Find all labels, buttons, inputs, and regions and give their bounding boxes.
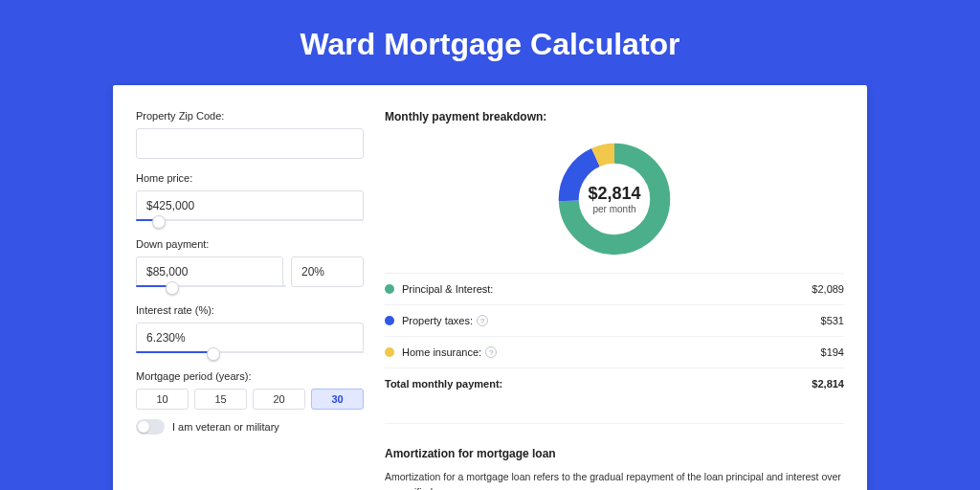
zip-label: Property Zip Code: (136, 110, 364, 122)
donut-sub: per month (592, 204, 635, 214)
total-value: $2,814 (812, 378, 844, 390)
breakdown-panel: Monthly payment breakdown: $2,814 per mo… (385, 110, 844, 490)
legend-dot-icon (385, 284, 394, 294)
price-input[interactable] (136, 190, 364, 221)
donut-center: $2,814 per month (554, 139, 675, 259)
help-icon[interactable]: ? (477, 315, 488, 326)
legend-dot-icon (385, 347, 394, 357)
amortization-text: Amortization for a mortgage loan refers … (385, 470, 844, 490)
down-slider[interactable] (136, 285, 286, 291)
legend-label: Property taxes:? (402, 315, 821, 326)
legend-value: $531 (821, 315, 844, 326)
veteran-row: I am veteran or military (136, 419, 364, 434)
rate-slider[interactable] (136, 351, 364, 357)
donut-amount: $2,814 (588, 184, 640, 204)
price-slider[interactable] (136, 219, 364, 225)
price-field: Home price: (136, 172, 364, 225)
legend-item-2: Home insurance:?$194 (385, 337, 844, 368)
down-field: Down payment: (136, 238, 364, 291)
legend-dot-icon (385, 316, 394, 325)
period-option-20[interactable]: 20 (253, 389, 305, 410)
legend-item-0: Principal & Interest:$2,089 (385, 274, 844, 305)
legend-item-1: Property taxes:?$531 (385, 305, 844, 337)
legend-label: Principal & Interest: (402, 283, 812, 295)
zip-field: Property Zip Code: (136, 110, 364, 159)
legend: Principal & Interest:$2,089Property taxe… (385, 273, 844, 399)
rate-label: Interest rate (%): (136, 304, 364, 316)
period-option-10[interactable]: 10 (136, 389, 189, 410)
price-label: Home price: (136, 172, 364, 184)
rate-input[interactable] (136, 323, 364, 353)
veteran-toggle[interactable] (136, 419, 165, 434)
calculator-card: Property Zip Code: Home price: Down paym… (113, 85, 867, 490)
veteran-label: I am veteran or military (172, 421, 279, 433)
donut-area: $2,814 per month (385, 135, 844, 273)
down-label: Down payment: (136, 238, 364, 250)
period-label: Mortgage period (years): (136, 370, 364, 382)
legend-label: Home insurance:? (402, 346, 821, 358)
page-title: Ward Mortgage Calculator (0, 0, 980, 85)
period-option-15[interactable]: 15 (194, 389, 247, 410)
down-amount-input[interactable] (136, 256, 283, 287)
period-option-30[interactable]: 30 (311, 389, 364, 410)
period-field: Mortgage period (years): 10152030 (136, 370, 364, 410)
zip-input[interactable] (136, 128, 364, 159)
amortization-heading: Amortization for mortgage loan (385, 437, 844, 460)
inputs-panel: Property Zip Code: Home price: Down paym… (136, 110, 364, 490)
amortization-section: Amortization for mortgage loan Amortizat… (385, 418, 844, 490)
legend-value: $194 (821, 346, 844, 358)
total-label: Total monthly payment: (385, 378, 812, 390)
breakdown-heading: Monthly payment breakdown: (385, 110, 844, 123)
legend-value: $2,089 (812, 283, 844, 295)
down-pct-input[interactable] (291, 256, 364, 287)
legend-total: Total monthly payment:$2,814 (385, 368, 844, 399)
donut-chart: $2,814 per month (554, 139, 675, 259)
help-icon[interactable]: ? (485, 346, 497, 358)
rate-field: Interest rate (%): (136, 304, 364, 357)
